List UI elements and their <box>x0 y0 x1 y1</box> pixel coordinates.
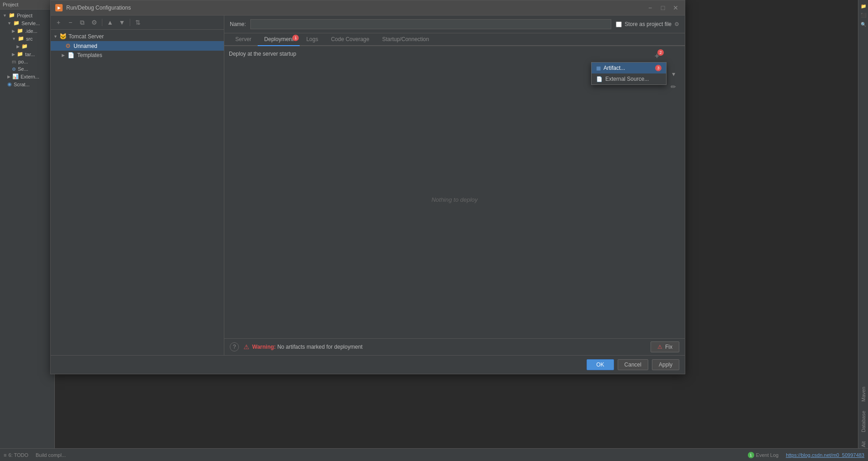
config-item-label: Unnamed <box>74 43 97 49</box>
bottom-bar: ≡ 6: TODO Build compl... 1 Event Log htt… <box>0 448 868 461</box>
tomcat-server-section[interactable]: ▼ 🐱 Tomcat Server <box>51 31 224 41</box>
modal-title-icon: ▶ <box>55 4 63 11</box>
chart-icon: 📊 <box>12 73 19 79</box>
tree-item-project[interactable]: ▼ 📁 Project <box>0 11 54 19</box>
todo-item[interactable]: ≡ 6: TODO <box>4 452 28 458</box>
event-log-item[interactable]: 1 Event Log <box>748 452 779 458</box>
toolbar-separator <box>102 19 102 26</box>
tree-item-se[interactable]: ⚙ Se... <box>0 65 54 73</box>
todo-icon: ≡ <box>4 452 6 458</box>
apply-button[interactable]: Apply <box>652 359 679 370</box>
sidebar-icon-search[interactable]: 🔍 <box>859 20 868 28</box>
maximize-button[interactable]: □ <box>658 3 667 12</box>
project-panel-title: Project <box>0 0 54 10</box>
templates-icon: 📄 <box>68 52 74 58</box>
add-config-button[interactable]: + <box>53 17 64 27</box>
close-button[interactable]: ✕ <box>671 3 680 12</box>
file-icon: m <box>12 59 16 64</box>
tree-item-label: Project <box>17 13 32 18</box>
tree-arrow: ▶ <box>12 52 15 57</box>
edit-templates-button[interactable]: ⚙ <box>89 17 99 27</box>
name-bar: Name: Store as project file ⚙ <box>224 16 685 33</box>
name-input[interactable] <box>250 19 611 29</box>
unnamed-config-item[interactable]: ⚙ Unnamed <box>51 41 224 51</box>
tree-arrow: ▶ <box>16 44 20 49</box>
move-up-button[interactable]: ▲ <box>105 17 115 27</box>
folder-icon: 📁 <box>18 36 24 42</box>
tab-code-coverage[interactable]: Code Coverage <box>324 33 376 46</box>
tree-item-label: po... <box>18 59 28 64</box>
external-source-icon: 📄 <box>596 76 603 82</box>
modal-footer: ? ⚠ Warning: No artifacts marked for dep… <box>224 338 685 355</box>
scratch-icon: ◉ <box>7 81 12 87</box>
folder-icon: 📁 <box>21 43 28 49</box>
project-tree: ▼ 📁 Project ▼ 📁 Servle... ▶ 📁 .ide... ▼ … <box>0 10 54 90</box>
tree-item-label: Se... <box>18 66 28 72</box>
tab-server[interactable]: Server <box>229 33 258 46</box>
warning-text: Warning: No artifacts marked for deploym… <box>252 344 363 350</box>
store-checkbox[interactable] <box>616 21 622 27</box>
vtab-database[interactable]: Database <box>859 406 868 437</box>
name-label: Name: <box>230 21 246 27</box>
fix-button[interactable]: ⚠ Fix <box>651 341 679 352</box>
folder-icon: 📁 <box>17 51 23 57</box>
tree-item-tar[interactable]: ▶ 📁 tar... <box>0 50 54 58</box>
settings-gear-icon[interactable]: ⚙ <box>674 21 679 27</box>
tree-item-src[interactable]: ▼ 📁 src <box>0 35 54 42</box>
popup-artifact-item[interactable]: ▦ Artifact... 3 <box>592 63 666 73</box>
tree-item-servle[interactable]: ▼ 📁 Servle... <box>0 19 54 27</box>
templates-label: Templates <box>77 52 102 58</box>
tree-item-label: src <box>26 36 33 42</box>
tree-item-label: tar... <box>25 52 35 57</box>
tree-item-sub[interactable]: ▶ 📁 <box>0 42 54 50</box>
tree-arrow: ▼ <box>3 13 7 18</box>
tab-deployment[interactable]: Deployment 1 <box>258 33 300 46</box>
warning-area: ⚠ Warning: No artifacts marked for deplo… <box>243 343 646 351</box>
remove-config-button[interactable]: − <box>65 17 75 27</box>
tab-startup-connection[interactable]: Startup/Connection <box>376 33 435 46</box>
cancel-button[interactable]: Cancel <box>618 359 648 370</box>
tree-item-label: Extern... <box>21 74 39 79</box>
config-tree: ▼ 🐱 Tomcat Server ⚙ Unnamed ▶ 📄 Template… <box>51 30 224 355</box>
build-label: Build compl... <box>36 452 66 458</box>
section-arrow: ▼ <box>53 34 58 39</box>
ok-button[interactable]: OK <box>587 359 614 370</box>
build-item[interactable]: Build compl... <box>36 452 66 458</box>
left-panel: Project ▼ 📁 Project ▼ 📁 Servle... ▶ 📁 .i… <box>0 0 55 461</box>
status-url: https://blog.csdn.net/m0_50997483 <box>786 452 864 458</box>
modal-left-panel: + − ⧉ ⚙ ▲ ▼ ⇅ ▼ 🐱 Tomcat Server ⚙ <box>51 16 224 355</box>
move-down-action-button[interactable]: ▾ <box>668 69 678 79</box>
store-label: Store as project file <box>625 21 672 27</box>
popup-external-source-item[interactable]: 📄 External Source... <box>592 73 666 84</box>
add-badge: 2 <box>657 49 664 56</box>
folder-icon: 📁 <box>17 28 23 34</box>
tree-item-ide[interactable]: ▶ 📁 .ide... <box>0 27 54 35</box>
deploy-header: Deploy at the server startup + 2 ▦ Artif… <box>229 51 680 62</box>
tree-item-scrat[interactable]: ◉ Scrat... <box>0 80 54 88</box>
tab-logs[interactable]: Logs <box>300 33 324 46</box>
folder-icon: 📁 <box>13 20 20 26</box>
sidebar-icon-folder[interactable]: 📁 <box>859 2 868 10</box>
url-item[interactable]: https://blog.csdn.net/m0_50997483 <box>786 452 864 458</box>
move-down-button[interactable]: ▼ <box>117 17 127 27</box>
copy-config-button[interactable]: ⧉ <box>77 17 87 27</box>
tree-item-po[interactable]: m po... <box>0 58 54 65</box>
modal-title-text: Run/Debug Configurations <box>66 5 131 11</box>
vtab-maven[interactable]: Maven <box>859 382 868 406</box>
todo-label: 6: TODO <box>8 452 28 458</box>
right-sidebar: 📁 ⬛ 🔍 Maven Database Ait <box>858 0 868 461</box>
popup-menu: ▦ Artifact... 3 📄 External Source... <box>591 62 667 85</box>
help-button[interactable]: ? <box>230 342 239 351</box>
config-item-icon: ⚙ <box>65 42 71 49</box>
templates-section[interactable]: ▶ 📄 Templates <box>51 51 224 60</box>
modal-title-bar: ▶ Run/Debug Configurations − □ ✕ <box>51 0 685 16</box>
project-label: Project <box>3 2 18 7</box>
tree-item-label: Servle... <box>21 21 40 26</box>
event-log-badge: 1 <box>748 452 754 458</box>
tree-item-extern[interactable]: ▶ 📊 Extern... <box>0 73 54 80</box>
minimize-button[interactable]: − <box>646 3 655 12</box>
sort-button[interactable]: ⇅ <box>133 17 143 27</box>
edit-action-button[interactable]: ✏ <box>668 82 678 92</box>
modal-body: + − ⧉ ⚙ ▲ ▼ ⇅ ▼ 🐱 Tomcat Server ⚙ <box>51 16 685 355</box>
sidebar-icon-layout[interactable]: ⬛ <box>859 11 868 19</box>
